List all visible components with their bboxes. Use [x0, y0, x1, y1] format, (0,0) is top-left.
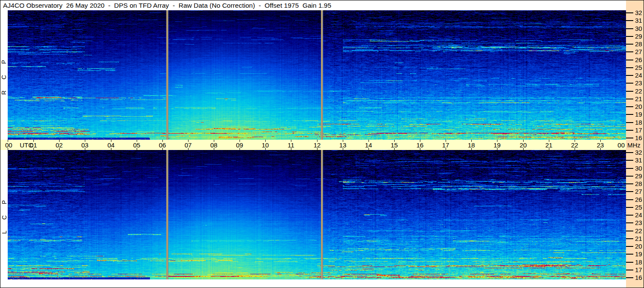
freq-label: 18: [635, 258, 642, 266]
freq-tick: [626, 75, 633, 76]
hour-label: 11: [288, 141, 294, 149]
hour-label: 19: [494, 141, 501, 149]
freq-tick: [626, 28, 633, 29]
hour-label: 09: [236, 141, 243, 149]
hour-label: 03: [81, 141, 89, 149]
freq-label: 17: [635, 266, 642, 273]
freq-tick: [626, 130, 633, 131]
freq-label: 26: [635, 56, 642, 63]
lcp-spectrogram: [8, 150, 626, 279]
freq-label: 19: [635, 111, 642, 118]
freq-label: 16: [635, 134, 642, 141]
freq-tick: [626, 51, 633, 52]
freq-tick: [626, 222, 633, 223]
freq-tick: [626, 36, 633, 37]
freq-tick: [626, 207, 633, 208]
freq-label: 21: [635, 235, 642, 242]
spectrograph-window: AJ4CO Observatory 26 May 2020 - DPS on T…: [0, 0, 644, 288]
freq-label: 30: [635, 25, 642, 32]
freq-label: 27: [635, 188, 642, 195]
hour-label: 00: [617, 141, 625, 149]
freq-tick: [626, 67, 633, 68]
hour-label: 23: [597, 141, 604, 149]
freq-label: 24: [635, 72, 642, 79]
freq-tick: [626, 114, 633, 115]
hour-label: 18: [468, 141, 475, 149]
hour-label: 00: [5, 141, 12, 149]
freq-tick: [626, 254, 633, 255]
hour-label: 21: [545, 141, 553, 149]
freq-label: 26: [635, 196, 642, 203]
freq-label: 32: [635, 9, 642, 16]
freq-label: 21: [635, 95, 642, 102]
freq-tick: [626, 99, 633, 99]
freq-tick: [626, 183, 633, 184]
freq-tick: [626, 106, 633, 107]
hour-label: 05: [133, 141, 141, 149]
freq-label: 28: [635, 180, 642, 187]
freq-tick: [626, 262, 633, 263]
freq-label: 23: [635, 219, 642, 226]
hour-label: 14: [365, 141, 372, 149]
hour-label: 04: [108, 141, 115, 149]
hour-label: 12: [314, 141, 321, 149]
rcp-spectrogram: [8, 10, 626, 140]
utc-unit-label: UTC: [20, 141, 33, 149]
freq-label: 25: [635, 204, 642, 211]
hour-label: 15: [391, 141, 398, 149]
frequency-axis: 3231302928272625242322212019181716323130…: [626, 0, 644, 288]
title-bar: AJ4CO Observatory 26 May 2020 - DPS on T…: [0, 0, 626, 10]
freq-label: 29: [635, 33, 642, 40]
freq-tick: [626, 176, 633, 177]
hour-label: 16: [416, 141, 424, 149]
lcp-polarization-label: L C P: [0, 150, 8, 279]
time-marker-line: [166, 10, 168, 140]
freq-tick: [626, 83, 633, 84]
freq-tick: [626, 277, 633, 278]
freq-tick: [626, 20, 633, 21]
hour-label: 07: [185, 141, 192, 149]
freq-tick: [626, 246, 633, 247]
freq-label: 16: [635, 274, 642, 281]
freq-label: 19: [635, 250, 642, 258]
freq-tick: [626, 160, 633, 161]
freq-tick: [626, 215, 633, 216]
time-marker-line: [321, 150, 323, 279]
hour-label: 22: [571, 141, 578, 149]
freq-label: 20: [635, 243, 642, 250]
freq-label: 22: [635, 87, 642, 95]
rcp-polarization-label: R C P: [0, 10, 8, 140]
freq-tick: [626, 152, 633, 153]
freq-label: 27: [635, 48, 642, 55]
freq-tick: [626, 91, 633, 92]
window-title: AJ4CO Observatory 26 May 2020 - DPS on T…: [3, 2, 331, 9]
freq-label: 22: [635, 227, 642, 234]
freq-label: 30: [635, 165, 642, 172]
freq-label: 28: [635, 40, 642, 48]
freq-label: 32: [635, 149, 642, 156]
freq-tick: [626, 238, 633, 239]
freq-label: 31: [635, 17, 642, 24]
mhz-unit-label: MHz: [627, 141, 641, 149]
freq-tick: [626, 138, 633, 138]
hour-label: 17: [442, 141, 449, 149]
bottom-margin: [0, 279, 626, 288]
freq-tick: [626, 191, 633, 192]
hour-label: 06: [159, 141, 166, 149]
freq-label: 18: [635, 119, 642, 126]
hour-label: 10: [262, 141, 269, 149]
hour-label: 08: [210, 141, 218, 149]
freq-label: 29: [635, 172, 642, 180]
hour-label: 20: [520, 141, 527, 149]
freq-tick: [626, 199, 633, 200]
hour-label: 13: [339, 141, 347, 149]
freq-tick: [626, 231, 633, 231]
freq-label: 31: [635, 156, 642, 164]
freq-tick: [626, 270, 633, 270]
time-marker-line: [166, 150, 168, 279]
freq-tick: [626, 44, 633, 45]
freq-label: 25: [635, 64, 642, 71]
freq-tick: [626, 122, 633, 123]
freq-tick: [626, 60, 633, 60]
freq-label: 20: [635, 103, 642, 110]
